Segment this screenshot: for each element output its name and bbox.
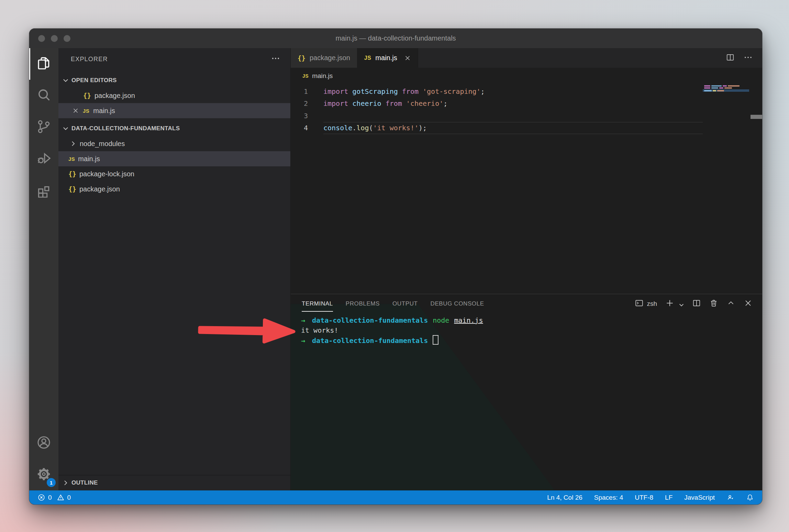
tab-package-json[interactable]: {} package.json	[291, 48, 357, 68]
kill-terminal-button[interactable]	[709, 299, 718, 309]
account-button[interactable]	[29, 427, 58, 459]
terminal-output[interactable]: →data-collection-fundamentalsnodemain.js…	[291, 313, 762, 346]
activity-run-debug-button[interactable]	[29, 143, 58, 175]
minimap-mark	[711, 85, 722, 87]
activity-extensions-button[interactable]	[29, 175, 58, 206]
terminal-profile-dropdown[interactable]	[677, 300, 684, 307]
folder-label: node_modules	[80, 140, 125, 148]
activity-search-button[interactable]	[29, 80, 58, 111]
search-icon	[36, 87, 52, 104]
close-window-button[interactable]	[38, 35, 45, 42]
file-label: package.json	[79, 185, 120, 193]
cursor-position-status[interactable]: Ln 4, Col 26	[547, 494, 582, 501]
git-branch-icon	[36, 119, 52, 136]
breadcrumb[interactable]: JS main.js	[291, 68, 762, 84]
section-label: OUTLINE	[71, 479, 98, 486]
chevron-down-icon	[62, 125, 69, 132]
language-mode-status[interactable]: JavaScript	[684, 494, 715, 501]
terminal-line: it works!	[301, 325, 762, 335]
section-label: OPEN EDITORS	[71, 77, 117, 84]
code-line[interactable]: 3	[291, 110, 762, 122]
editor-more-actions-button[interactable]	[744, 53, 753, 63]
explorer-sidebar: EXPLORER OPEN EDITORS {} package.json	[58, 48, 291, 490]
minimap-mark	[724, 87, 732, 89]
chevron-down-icon	[62, 77, 69, 84]
minimap-mark	[704, 85, 710, 87]
section-label: DATA-COLLECTION-FUNDAMENTALS	[71, 125, 180, 132]
code-line-current[interactable]: 4 console.log('it works!');	[291, 122, 762, 134]
breadcrumb-file: main.js	[312, 72, 333, 80]
editor-scrollbar-thumb[interactable]	[751, 115, 762, 119]
panel-tab-terminal[interactable]: TERMINAL	[302, 294, 333, 313]
minimap-mark	[719, 87, 723, 89]
tree-item-node-modules[interactable]: node_modules	[58, 136, 290, 151]
extensions-icon	[36, 182, 52, 199]
code-line[interactable]: 1 import gotScraping from 'got-scraping'…	[291, 85, 762, 98]
traffic-lights	[38, 35, 70, 42]
vscode-window: main.js — data-collection-fundamentals	[29, 29, 762, 505]
notifications-bell-icon[interactable]	[746, 494, 754, 501]
terminal-line: →data-collection-fundamentals	[301, 335, 762, 346]
problems-status[interactable]: 0 0	[37, 494, 71, 501]
status-bar: 0 0 Ln 4, Col 26 Spaces: 4 UTF-8 LF Java…	[29, 490, 762, 505]
warning-count: 0	[67, 494, 71, 501]
activity-explorer-button[interactable]	[29, 48, 58, 80]
close-panel-button[interactable]	[744, 299, 753, 309]
minimap-mark	[728, 85, 740, 87]
files-icon	[36, 56, 52, 73]
prompt-cwd: data-collection-fundamentals	[312, 316, 428, 324]
feedback-icon[interactable]	[726, 494, 734, 501]
code-text: console.log('it works!');	[323, 124, 427, 132]
new-terminal-button[interactable]	[665, 299, 674, 309]
workspace-section-header[interactable]: DATA-COLLECTION-FUNDAMENTALS	[58, 121, 290, 136]
file-label: package.json	[95, 92, 135, 100]
panel-tab-output[interactable]: OUTPUT	[392, 294, 418, 313]
error-icon	[37, 494, 45, 501]
json-icon: {}	[83, 92, 91, 99]
tree-item-package-json[interactable]: {} package.json	[58, 181, 290, 197]
open-editors-section-header[interactable]: OPEN EDITORS	[58, 73, 290, 88]
tab-main-js[interactable]: JS main.js	[357, 48, 418, 68]
minimize-window-button[interactable]	[51, 35, 58, 42]
code-line[interactable]: 2 import cheerio from 'cheerio';	[291, 98, 762, 110]
maximize-panel-button[interactable]	[726, 299, 735, 309]
minimap-mark	[717, 90, 724, 91]
minimap-current-line	[703, 89, 749, 92]
panel-tab-debug-console[interactable]: DEBUG CONSOLE	[431, 294, 484, 313]
open-editor-item-package-json[interactable]: {} package.json	[58, 88, 290, 103]
open-editor-item-main-js[interactable]: JS main.js	[58, 103, 290, 118]
outline-section-header[interactable]: OUTLINE	[58, 475, 290, 490]
terminal-icon	[635, 299, 644, 309]
encoding-status[interactable]: UTF-8	[635, 494, 653, 501]
eol-status[interactable]: LF	[665, 494, 673, 501]
minimap[interactable]	[703, 84, 749, 294]
terminal-command-arg: main.js	[454, 316, 483, 324]
minimap-mark	[704, 87, 710, 89]
split-terminal-button[interactable]	[692, 299, 701, 309]
code-text: import cheerio from 'cheerio';	[323, 99, 447, 108]
code-editor[interactable]: 1 import gotScraping from 'got-scraping'…	[291, 84, 762, 294]
terminal-command: node	[433, 316, 449, 324]
minimap-mark	[704, 90, 712, 91]
activity-source-control-button[interactable]	[29, 111, 58, 143]
tree-item-package-lock-json[interactable]: {} package-lock.json	[58, 166, 290, 181]
tree-item-main-js[interactable]: JS main.js	[58, 151, 290, 166]
account-icon	[36, 435, 52, 452]
zoom-window-button[interactable]	[64, 35, 70, 42]
close-editor-icon[interactable]	[72, 107, 79, 114]
split-editor-button[interactable]	[726, 53, 735, 63]
close-tab-icon[interactable]	[404, 55, 411, 62]
panel-tab-problems[interactable]: PROBLEMS	[346, 294, 380, 313]
settings-button[interactable]: 1	[29, 459, 58, 490]
terminal-cursor	[433, 335, 438, 345]
chevron-right-icon	[62, 479, 69, 487]
code-text: import gotScraping from 'got-scraping';	[323, 87, 485, 96]
indentation-status[interactable]: Spaces: 4	[594, 494, 623, 501]
prompt-arrow: →	[301, 336, 305, 345]
title-bar: main.js — data-collection-fundamentals	[29, 29, 762, 48]
js-icon: JS	[68, 156, 75, 162]
explorer-more-actions-button[interactable]	[271, 54, 280, 65]
terminal-result: it works!	[301, 326, 338, 334]
bottom-panel: TERMINAL PROBLEMS OUTPUT DEBUG CONSOLE z…	[291, 294, 762, 490]
shell-selector[interactable]: zsh	[635, 299, 657, 309]
